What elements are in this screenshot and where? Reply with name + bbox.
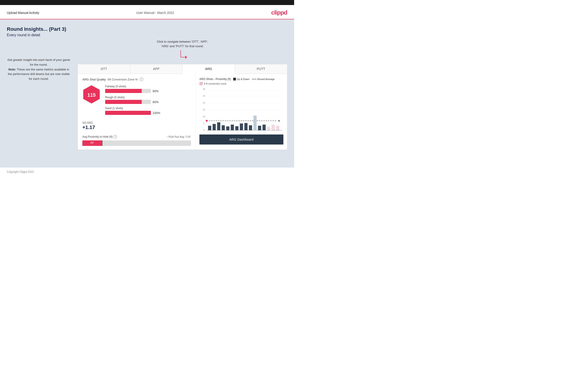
legend-dashed-icon bbox=[252, 79, 257, 79]
section-title-6ft: 6ft Conversion Zone % bbox=[108, 78, 138, 81]
legend-hatched-icon bbox=[199, 82, 203, 85]
svg-rect-24 bbox=[213, 124, 216, 130]
legend-6ft-label: 6 ft conversion zone bbox=[204, 82, 226, 85]
legend-up-down: Up & Down bbox=[233, 78, 250, 81]
svg-rect-29 bbox=[235, 126, 238, 130]
proximity-marker bbox=[102, 141, 103, 146]
tab-putt[interactable]: PUTT bbox=[235, 64, 287, 74]
sg-label: SG ARG bbox=[82, 121, 191, 125]
chart-title: ARG Shots - Proximity (ft) bbox=[199, 77, 231, 81]
left-column: Get greater insight into each facet of y… bbox=[7, 39, 71, 150]
proximity-value: 77' bbox=[90, 142, 94, 145]
bar-sand-label: Sand (1 shots) bbox=[105, 107, 191, 110]
content-layout: Get greater insight into each facet of y… bbox=[7, 39, 287, 150]
bar-fairway-fill bbox=[105, 89, 142, 93]
bar-fairway-label: Fairway (5 shots) bbox=[105, 85, 191, 88]
section-title-arg: ARG Shot Quality bbox=[82, 78, 106, 81]
sg-value: +1.17 bbox=[82, 125, 191, 130]
card-right: ARG Shots - Proximity (ft) Up & Down Rou… bbox=[196, 74, 287, 150]
proximity-help-icon[interactable]: ? bbox=[113, 135, 117, 139]
document-title: User Manual - March 2022 bbox=[136, 11, 174, 15]
proximity-section: Avg Proximity to Hole (ft) ? ↑ PGA Tour … bbox=[82, 135, 191, 146]
legend-square-icon bbox=[233, 78, 236, 81]
svg-rect-27 bbox=[226, 126, 229, 130]
right-panel: Click to navigate between 'OTT', 'APP','… bbox=[78, 39, 287, 150]
svg-rect-28 bbox=[231, 125, 234, 130]
svg-text:0: 0 bbox=[203, 129, 204, 131]
nav-hint-container: Click to navigate between 'OTT', 'APP','… bbox=[78, 39, 287, 62]
svg-rect-37 bbox=[272, 125, 275, 130]
svg-text:20: 20 bbox=[203, 102, 205, 104]
svg-rect-35 bbox=[262, 125, 266, 130]
bar-sand-fill bbox=[105, 111, 151, 115]
svg-rect-32 bbox=[249, 125, 252, 130]
bar-rough: Rough (5 shots) 80% bbox=[105, 96, 191, 104]
bar-sand-pct: 100% bbox=[153, 111, 160, 115]
bar-fairway: Fairway (5 shots) 80% bbox=[105, 85, 191, 93]
page-subtitle: Every round in detail bbox=[7, 33, 287, 37]
nav-hint-text: Click to navigate between 'OTT', 'APP','… bbox=[78, 39, 287, 48]
footer: Copyright Clippd 2021 bbox=[0, 167, 294, 176]
chart-svg: 30 25 20 15 10 5 0 bbox=[199, 87, 283, 133]
description-text: Get greater insight into each facet of y… bbox=[7, 58, 71, 81]
page-title: Round Insights... (Part 3) bbox=[7, 26, 287, 32]
bar-rough-label: Rough (5 shots) bbox=[105, 96, 191, 99]
tab-ott[interactable]: OTT bbox=[78, 64, 130, 74]
svg-rect-38 bbox=[276, 126, 279, 130]
svg-point-19 bbox=[206, 120, 208, 122]
svg-rect-34 bbox=[258, 126, 261, 130]
main-content: Round Insights... (Part 3) Every round i… bbox=[0, 19, 294, 167]
shot-quality-bars: Fairway (5 shots) 80% Rou bbox=[105, 85, 191, 118]
bar-sand: Sand (1 shots) 100% bbox=[105, 107, 191, 115]
svg-rect-31 bbox=[244, 123, 248, 130]
nav-arrow bbox=[78, 49, 287, 62]
svg-marker-2 bbox=[185, 56, 187, 59]
legend-round-avg: Round Average bbox=[252, 78, 275, 81]
insights-card: OTT APP ARG PUTT ARG Shot Quality 6ft Co… bbox=[78, 64, 287, 150]
chart-header: ARG Shots - Proximity (ft) Up & Down Rou… bbox=[199, 77, 283, 81]
svg-text:5: 5 bbox=[203, 122, 204, 125]
help-icon[interactable]: ? bbox=[140, 77, 143, 81]
tab-bar: OTT APP ARG PUTT bbox=[78, 64, 287, 74]
header: Upload Manual Activity User Manual - Mar… bbox=[0, 5, 294, 19]
tab-arg[interactable]: ARG bbox=[182, 64, 235, 74]
svg-rect-25 bbox=[217, 122, 220, 130]
clippd-logo: clippd bbox=[271, 9, 287, 16]
bar-rough-track bbox=[105, 100, 151, 104]
tab-app[interactable]: APP bbox=[130, 64, 183, 74]
arg-dashboard-button[interactable]: ARG Dashboard bbox=[199, 134, 283, 144]
svg-text:15: 15 bbox=[203, 108, 205, 111]
proximity-title: Avg Proximity to Hole (ft) ? bbox=[82, 135, 117, 139]
svg-text:25: 25 bbox=[203, 95, 205, 97]
section-header: ARG Shot Quality 6ft Conversion Zone % ? bbox=[82, 77, 191, 81]
svg-rect-36 bbox=[267, 127, 270, 130]
legend-round-avg-label: Round Average bbox=[257, 78, 275, 81]
card-body: ARG Shot Quality 6ft Conversion Zone % ?… bbox=[78, 74, 287, 150]
hex-value: 115 bbox=[87, 92, 96, 98]
upload-link[interactable]: Upload Manual Activity bbox=[7, 11, 39, 15]
svg-rect-26 bbox=[222, 125, 225, 130]
svg-text:30: 30 bbox=[203, 88, 205, 90]
bar-fairway-track bbox=[105, 89, 151, 93]
proximity-bar-track: 77' bbox=[82, 141, 191, 146]
pga-avg: ↑ PGA Tour Avg: 7'10" bbox=[167, 135, 191, 138]
svg-rect-30 bbox=[240, 124, 243, 130]
card-left: ARG Shot Quality 6ft Conversion Zone % ?… bbox=[78, 74, 196, 150]
hex-container: 115 Fairway (5 shots) bbox=[82, 85, 191, 118]
proximity-header: Avg Proximity to Hole (ft) ? ↑ PGA Tour … bbox=[82, 135, 191, 139]
top-bar bbox=[0, 0, 294, 5]
svg-rect-33 bbox=[253, 116, 257, 130]
bar-fairway-pct: 80% bbox=[153, 89, 159, 93]
bar-rough-fill bbox=[105, 100, 142, 104]
chart-area: 30 25 20 15 10 5 0 bbox=[199, 87, 283, 133]
proximity-bar-fill: 77' bbox=[82, 141, 102, 146]
legend-up-down-label: Up & Down bbox=[237, 78, 250, 81]
bar-sand-track bbox=[105, 111, 151, 115]
hexagon-score: 115 bbox=[82, 85, 101, 105]
svg-rect-23 bbox=[208, 126, 211, 130]
copyright-text: Copyright Clippd 2021 bbox=[7, 170, 34, 174]
sg-section: SG ARG +1.17 bbox=[82, 121, 191, 130]
bar-rough-pct: 80% bbox=[153, 100, 159, 104]
svg-text:10: 10 bbox=[203, 115, 205, 118]
legend-row2: 6 ft conversion zone bbox=[199, 82, 283, 85]
